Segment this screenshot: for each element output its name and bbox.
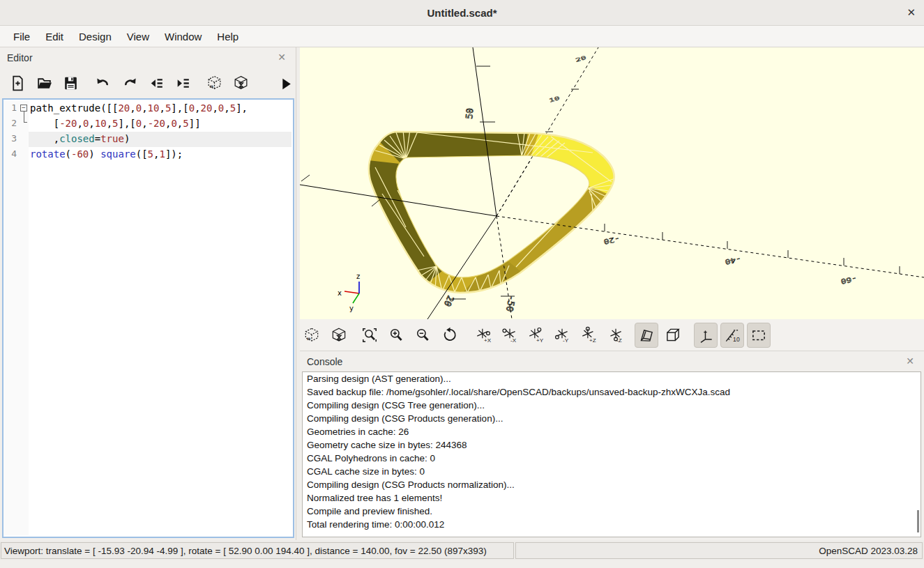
play-button[interactable] [275,72,296,93]
save-file-button[interactable] [60,72,81,93]
window-bottom-edge [0,560,924,568]
view-minus-x-icon: -X [501,326,519,344]
z-pos-label: 50 [464,107,475,119]
show-edges-button[interactable] [747,323,771,348]
view-minus-x-button[interactable]: -X [498,323,522,348]
menu-view[interactable]: View [119,28,157,45]
render-icon [330,326,348,344]
viewport-status-text: Viewport: translate = [ -15.93 -20.94 -4… [1,542,514,559]
perspective-button[interactable] [635,323,658,348]
console-scrollbar[interactable] [917,510,919,532]
menu-window[interactable]: Window [157,28,209,45]
vp-preview-button[interactable]: » [300,323,324,348]
console-lines: Parsing design (AST generation)...Saved … [303,372,921,531]
code-lines[interactable]: path_extrude([[20,0,10,5],[0,20,0,5], [-… [29,101,291,162]
line-number-4: 4 [3,147,29,162]
menu-design[interactable]: Design [71,28,119,45]
path-extrude-model [342,110,635,312]
window-close-icon[interactable]: ✕ [907,6,916,19]
reset-view-button[interactable] [438,323,462,348]
3d-viewport[interactable]: 50 20 -50 10 20 -20 -40 -60 x y z [300,47,924,319]
triad-x-label: x [338,289,342,297]
y-neg-label-10: 10 [548,95,560,103]
line-number-3: 3 [3,132,29,147]
view-plus-x-button[interactable]: +X [472,323,496,348]
undo-button[interactable] [92,72,113,93]
open-file-button[interactable] [33,72,54,93]
zoom-all-button[interactable] [358,323,381,348]
console-close-icon[interactable]: ✕ [906,355,914,367]
preview-button[interactable]: » [204,72,225,93]
code-line-2[interactable]: [-20,0,10,5],[0,-20,0,5]] [29,116,291,132]
svg-text:»: » [307,335,310,342]
x-neg-label-20: -20 [603,235,621,247]
y-pos-label: 20 [442,294,456,309]
3d-scene: 50 20 -50 10 20 -20 -40 -60 x y z [300,47,924,319]
console-header[interactable]: Console ✕ [300,351,924,372]
view-minus-y-button[interactable]: -Y [550,323,574,348]
zoom-all-icon [361,326,379,344]
fold-guide-line [24,112,27,123]
console-line-4: Compiling design (CSG Products generatio… [303,412,921,425]
svg-text:+X: +X [484,337,492,344]
orthogonal-button[interactable] [661,323,685,348]
show-axes-button[interactable] [694,323,718,348]
menu-bar: FileEditDesignViewWindowHelp [0,26,924,47]
menu-file[interactable]: File [6,28,38,45]
code-editor[interactable]: 1234 − path_extrude([[20,0,10,5],[0,20,0… [2,98,294,538]
vp-render-button[interactable] [327,323,351,348]
show-scale-markers-button[interactable]: 10 [720,323,744,348]
view-plus-y-button[interactable]: +Y [524,323,548,348]
console-title: Console [307,356,342,367]
new-file-button[interactable] [7,72,28,93]
viewport-toolbar: » +X -X [300,319,924,351]
editor-close-icon[interactable]: ✕ [278,52,286,63]
editor-panel: Editor ✕ [0,47,296,540]
zoom-out-button[interactable] [411,323,434,348]
show-edges-icon [750,326,768,344]
title-bar[interactable]: Untitled.scad* ✕ [0,0,924,26]
svg-text:»: » [209,82,213,89]
menu-help[interactable]: Help [209,28,246,45]
svg-text:+Z: +Z [589,337,596,344]
console-log[interactable]: Parsing design (AST generation)...Saved … [302,371,921,537]
view-plus-z-button[interactable]: +Z [577,323,601,348]
view-minus-y-icon: -Y [553,326,571,344]
x-neg-label-40: -40 [724,255,742,267]
line-number-gutter: 1234 [3,101,29,535]
zoom-in-button[interactable] [384,323,408,348]
editor-header[interactable]: Editor ✕ [0,47,296,68]
unindent-button[interactable] [146,72,167,93]
code-line-4[interactable]: rotate(-60) square([5,1]); [29,147,291,162]
console-line-11: Compile and preview finished. [303,505,921,518]
show-axes-icon [697,326,715,344]
preview-icon: » [206,75,223,92]
x-neg-label-60: -60 [840,275,858,286]
y-neg-label-20: 20 [575,54,586,63]
render-button[interactable] [230,72,251,93]
save-icon [62,75,79,92]
console-line-9: Compiling design (CSG Products normaliza… [303,478,921,491]
code-line-1[interactable]: path_extrude([[20,0,10,5],[0,20,0,5], [29,101,291,116]
console-line-8: CGAL cache size in bytes: 0 [303,465,921,478]
open-folder-icon [36,75,53,92]
editor-title: Editor [7,52,33,63]
redo-icon [121,75,139,92]
view-plus-z-icon: +Z [580,326,598,344]
indent-button[interactable] [172,72,193,93]
menu-edit[interactable]: Edit [38,28,71,45]
console-line-6: Geometry cache size in bytes: 244368 [303,438,921,452]
new-file-icon [13,76,22,90]
view-minus-z-button[interactable]: -Z [604,323,628,348]
fold-marker-icon[interactable]: − [20,105,27,112]
zoom-in-icon [387,326,405,344]
console-line-3: Compiling design (CSG Tree generation)..… [303,399,921,412]
svg-text:10: 10 [733,336,740,343]
console-line-12: Total rendering time: 0:00:00.012 [303,518,921,531]
console-line-1: Parsing design (AST generation)... [303,372,921,385]
redo-button[interactable] [119,72,140,93]
triad-z-label: z [356,273,360,280]
code-line-3[interactable]: ,closed=true) [29,132,291,147]
undo-icon [94,75,112,92]
play-icon [277,75,294,92]
